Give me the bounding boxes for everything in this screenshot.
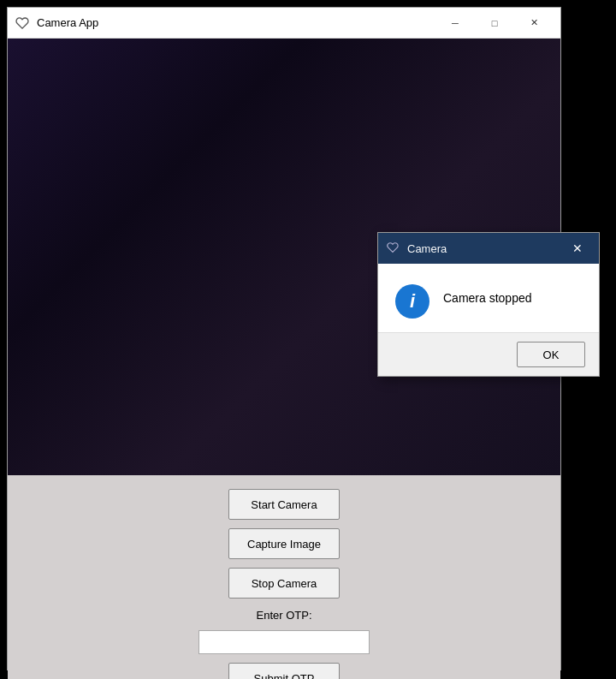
dialog-titlebar: Camera ✕	[378, 233, 599, 264]
submit-otp-button[interactable]: Submit OTP	[228, 663, 340, 679]
stop-camera-button[interactable]: Stop Camera	[228, 568, 340, 599]
dialog-message: Camera stopped	[443, 284, 532, 305]
otp-label: Enter OTP:	[256, 609, 311, 622]
start-camera-button[interactable]: Start Camera	[228, 489, 340, 520]
camera-dialog: Camera ✕ i Camera stopped OK	[377, 232, 600, 377]
main-window: Camera App ─ □ ✕ Start Camera Capture Im…	[7, 7, 561, 670]
maximize-button[interactable]: □	[475, 8, 514, 39]
info-icon: i	[395, 284, 429, 319]
dialog-body: i Camera stopped	[378, 264, 599, 332]
dialog-app-icon	[387, 241, 400, 255]
controls-area: Start Camera Capture Image Stop Camera E…	[8, 475, 560, 679]
ok-button[interactable]: OK	[517, 342, 585, 367]
minimize-button[interactable]: ─	[435, 8, 475, 39]
close-button[interactable]: ✕	[514, 8, 554, 39]
app-icon	[15, 15, 30, 31]
dialog-footer: OK	[378, 332, 599, 376]
titlebar: Camera App ─ □ ✕	[8, 8, 560, 39]
capture-image-button[interactable]: Capture Image	[228, 528, 340, 559]
dialog-close-button[interactable]: ✕	[565, 235, 590, 261]
window-controls: ─ □ ✕	[435, 8, 554, 39]
otp-input[interactable]	[198, 630, 370, 654]
dialog-title: Camera	[407, 242, 565, 255]
window-title: Camera App	[37, 16, 435, 29]
